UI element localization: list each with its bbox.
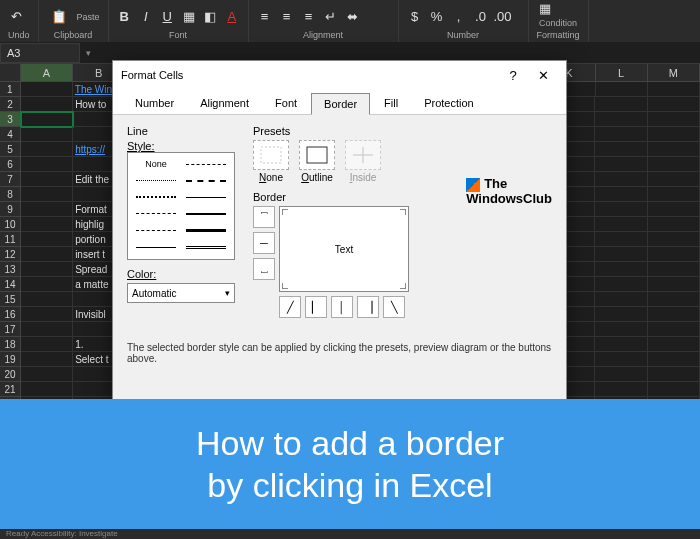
undo-icon[interactable]: ↶ — [8, 8, 24, 24]
help-button[interactable]: ? — [498, 68, 528, 83]
border-diag-up-button[interactable]: ╱ — [279, 296, 301, 318]
cell-L18[interactable] — [595, 337, 647, 352]
row-header[interactable]: 18 — [0, 337, 21, 352]
cell-A12[interactable] — [21, 247, 73, 262]
preset-none-icon[interactable] — [253, 140, 289, 170]
style-option[interactable] — [132, 224, 180, 238]
cell-L12[interactable] — [595, 247, 647, 262]
cell-L15[interactable] — [595, 292, 647, 307]
cell-L11[interactable] — [595, 232, 647, 247]
style-option[interactable] — [132, 174, 180, 188]
row-header[interactable]: 9 — [0, 202, 21, 217]
cell-A8[interactable] — [21, 187, 73, 202]
cell-M18[interactable] — [648, 337, 700, 352]
cell-L21[interactable] — [595, 382, 647, 397]
underline-icon[interactable]: U — [160, 8, 176, 24]
cell-L20[interactable] — [595, 367, 647, 382]
borders-icon[interactable]: ▦ — [181, 8, 197, 24]
cell-L13[interactable] — [595, 262, 647, 277]
cell-A9[interactable] — [21, 202, 73, 217]
font-color-icon[interactable]: A — [224, 8, 240, 24]
style-option[interactable] — [182, 207, 230, 221]
cell-L19[interactable] — [595, 352, 647, 367]
cell-A2[interactable] — [21, 97, 73, 112]
row-header[interactable]: 1 — [0, 82, 21, 97]
border-vcenter-button[interactable]: │ — [331, 296, 353, 318]
preset-outline-icon[interactable] — [299, 140, 335, 170]
cell-M5[interactable] — [648, 142, 700, 157]
cell-M21[interactable] — [648, 382, 700, 397]
cell-A14[interactable] — [21, 277, 73, 292]
fill-color-icon[interactable]: ◧ — [203, 8, 219, 24]
style-option[interactable] — [182, 240, 230, 254]
merge-icon[interactable]: ⬌ — [345, 8, 361, 24]
cell-L6[interactable] — [595, 157, 647, 172]
cell-L8[interactable] — [595, 187, 647, 202]
percent-icon[interactable]: % — [429, 8, 445, 24]
cell-M3[interactable] — [648, 112, 700, 127]
decrease-decimal-icon[interactable]: .00 — [495, 8, 511, 24]
border-diag-down-button[interactable]: ╲ — [383, 296, 405, 318]
tab-fill[interactable]: Fill — [372, 93, 410, 114]
row-header[interactable]: 4 — [0, 127, 21, 142]
column-header-L[interactable]: L — [596, 64, 648, 81]
cell-A6[interactable] — [21, 157, 73, 172]
column-header-M[interactable]: M — [648, 64, 700, 81]
align-left-icon[interactable]: ≡ — [301, 8, 317, 24]
column-header-A[interactable]: A — [21, 64, 73, 81]
row-header[interactable]: 11 — [0, 232, 21, 247]
cell-L10[interactable] — [595, 217, 647, 232]
cell-L17[interactable] — [595, 322, 647, 337]
style-option[interactable] — [182, 174, 230, 188]
cell-L5[interactable] — [595, 142, 647, 157]
style-option[interactable] — [132, 207, 180, 221]
border-right-button[interactable]: ▕ — [357, 296, 379, 318]
row-header[interactable]: 17 — [0, 322, 21, 337]
cell-M11[interactable] — [648, 232, 700, 247]
border-middle-button[interactable]: ─ — [253, 232, 275, 254]
italic-icon[interactable]: I — [138, 8, 154, 24]
row-header[interactable]: 3 — [0, 112, 21, 127]
cell-A15[interactable] — [21, 292, 73, 307]
preset-inside[interactable]: Inside — [345, 140, 381, 183]
row-header[interactable]: 8 — [0, 187, 21, 202]
cell-M8[interactable] — [648, 187, 700, 202]
cell-L9[interactable] — [595, 202, 647, 217]
preset-none[interactable]: None — [253, 140, 289, 183]
currency-icon[interactable]: $ — [407, 8, 423, 24]
cell-A17[interactable] — [21, 322, 73, 337]
cell-L3[interactable] — [595, 112, 647, 127]
cell-M15[interactable] — [648, 292, 700, 307]
cell-M9[interactable] — [648, 202, 700, 217]
row-header[interactable]: 10 — [0, 217, 21, 232]
style-option[interactable] — [132, 240, 180, 254]
cell-M10[interactable] — [648, 217, 700, 232]
cell-A16[interactable] — [21, 307, 73, 322]
row-header[interactable]: 5 — [0, 142, 21, 157]
cell-M4[interactable] — [648, 127, 700, 142]
style-option[interactable] — [132, 190, 180, 204]
row-header[interactable]: 12 — [0, 247, 21, 262]
row-header[interactable]: 20 — [0, 367, 21, 382]
cell-A7[interactable] — [21, 172, 73, 187]
cell-M20[interactable] — [648, 367, 700, 382]
cell-A18[interactable] — [21, 337, 73, 352]
cell-L2[interactable] — [595, 97, 647, 112]
cell-M17[interactable] — [648, 322, 700, 337]
cell-L7[interactable] — [595, 172, 647, 187]
cell-A1[interactable] — [21, 82, 73, 97]
cell-A3[interactable] — [21, 112, 73, 127]
tab-number[interactable]: Number — [123, 93, 186, 114]
cell-M14[interactable] — [648, 277, 700, 292]
preset-inside-icon[interactable] — [345, 140, 381, 170]
cell-M12[interactable] — [648, 247, 700, 262]
style-none[interactable]: None — [132, 157, 180, 171]
border-top-button[interactable]: ⎴ — [253, 206, 275, 228]
name-box[interactable]: A3 — [0, 43, 80, 63]
border-left-button[interactable]: ▏ — [305, 296, 327, 318]
name-box-dropdown-icon[interactable]: ▾ — [80, 48, 96, 58]
paste-icon[interactable]: 📋 — [47, 8, 71, 24]
cell-M16[interactable] — [648, 307, 700, 322]
tab-border[interactable]: Border — [311, 93, 370, 115]
tab-protection[interactable]: Protection — [412, 93, 486, 114]
